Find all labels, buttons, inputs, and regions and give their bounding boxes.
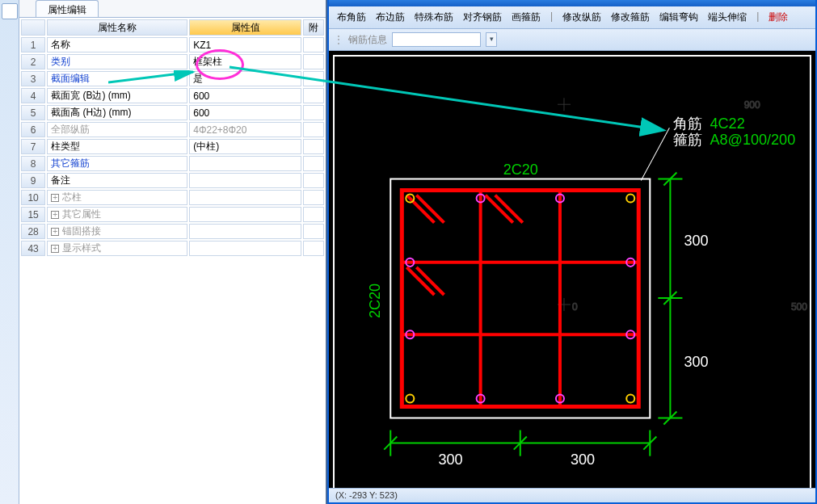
toolbar-修改纵筋[interactable]: 修改纵筋 xyxy=(559,9,604,26)
expand-icon[interactable]: + xyxy=(51,245,59,253)
row-number: 15 xyxy=(21,207,45,222)
prop-extra xyxy=(303,139,324,154)
prop-name: 截面宽 (B边) (mm) xyxy=(47,88,187,103)
expand-icon[interactable]: + xyxy=(51,228,59,236)
header-name[interactable]: 属性名称 xyxy=(47,19,187,36)
expand-icon[interactable]: + xyxy=(51,194,59,202)
prop-extra xyxy=(303,37,324,52)
prop-value[interactable]: 4Φ22+8Φ20 xyxy=(189,122,301,137)
prop-value[interactable] xyxy=(189,224,301,239)
row-number: 9 xyxy=(21,173,45,188)
prop-extra xyxy=(303,224,324,239)
prop-value[interactable]: KZ1 xyxy=(189,37,301,52)
tool-button[interactable] xyxy=(2,3,18,19)
toolbar-修改箍筋[interactable]: 修改箍筋 xyxy=(608,9,653,26)
window-titlebar xyxy=(329,0,815,6)
prop-extra xyxy=(303,207,324,222)
row-number: 7 xyxy=(21,139,45,154)
prop-extra xyxy=(303,105,324,120)
property-row[interactable]: 6全部纵筋4Φ22+8Φ20 xyxy=(21,122,324,137)
prop-name: +芯柱 xyxy=(47,190,187,205)
svg-text:A8@100/200: A8@100/200 xyxy=(710,132,796,148)
svg-text:300: 300 xyxy=(684,354,708,370)
svg-text:900: 900 xyxy=(744,99,760,111)
cad-canvas[interactable]: 900 0 500 角筋 4C22 箍筋 A8@100/200 xyxy=(329,51,815,488)
tab-bar: 属性编辑 xyxy=(19,0,326,18)
prop-extra xyxy=(303,88,324,103)
prop-value[interactable] xyxy=(189,241,301,256)
prop-value[interactable] xyxy=(189,156,301,171)
tab-properties[interactable]: 属性编辑 xyxy=(36,0,99,17)
property-row[interactable]: 43+显示样式 xyxy=(21,241,324,256)
property-row[interactable]: 28+锚固搭接 xyxy=(21,224,324,239)
row-number: 5 xyxy=(21,105,45,120)
svg-text:2C20: 2C20 xyxy=(367,284,383,318)
prop-value[interactable]: 框架柱 xyxy=(189,54,301,69)
prop-name: +其它属性 xyxy=(47,207,187,222)
prop-name: 名称 xyxy=(47,37,187,52)
prop-name: +锚固搭接 xyxy=(47,224,187,239)
toolbar: 布角筋布边筋特殊布筋对齐钢筋画箍筋|修改纵筋修改箍筋编辑弯钩端头伸缩|删除 xyxy=(329,6,815,29)
info-bar: ⋮ 钢筋信息 ▾ xyxy=(329,29,815,51)
toolbar-编辑弯钩[interactable]: 编辑弯钩 xyxy=(656,9,701,26)
svg-line-10 xyxy=(641,128,669,180)
prop-value[interactable] xyxy=(189,173,301,188)
toolbar-布边筋[interactable]: 布边筋 xyxy=(373,9,408,26)
prop-value[interactable]: 是 xyxy=(189,71,301,86)
info-label: 钢筋信息 xyxy=(348,33,387,47)
property-row[interactable]: 5截面高 (H边) (mm)600 xyxy=(21,105,324,120)
header-extra[interactable]: 附 xyxy=(303,19,324,36)
row-number: 43 xyxy=(21,241,45,256)
header-rownum xyxy=(21,19,45,36)
property-panel: 属性编辑 属性名称 属性值 附 1名称KZ12类别框架柱3截面编辑是4截面宽 (… xyxy=(0,0,327,504)
toolbar-布角筋[interactable]: 布角筋 xyxy=(334,9,369,26)
row-number: 2 xyxy=(21,54,45,69)
toolbar-特殊布筋[interactable]: 特殊布筋 xyxy=(411,9,457,26)
property-row[interactable]: 7柱类型(中柱) xyxy=(21,139,324,154)
left-toolstrip xyxy=(0,0,19,504)
prop-name: 其它箍筋 xyxy=(47,156,187,171)
dropdown-toggle[interactable]: ▾ xyxy=(486,32,497,47)
property-grid: 属性名称 属性值 附 1名称KZ12类别框架柱3截面编辑是4截面宽 (B边) (… xyxy=(19,18,326,258)
prop-value[interactable]: 600 xyxy=(189,105,301,120)
property-row[interactable]: 3截面编辑是 xyxy=(21,71,324,86)
section-editor: 布角筋布边筋特殊布筋对齐钢筋画箍筋|修改纵筋修改箍筋编辑弯钩端头伸缩|删除 ⋮ … xyxy=(327,0,817,504)
property-row[interactable]: 8其它箍筋 xyxy=(21,156,324,171)
property-row[interactable]: 10+芯柱 xyxy=(21,190,324,205)
row-number: 10 xyxy=(21,190,45,205)
svg-rect-16 xyxy=(402,191,638,407)
property-row[interactable]: 4截面宽 (B边) (mm)600 xyxy=(21,88,324,103)
prop-value[interactable] xyxy=(189,190,301,205)
row-number: 8 xyxy=(21,156,45,171)
prop-value[interactable] xyxy=(189,207,301,222)
prop-extra xyxy=(303,71,324,86)
svg-text:4C22: 4C22 xyxy=(710,116,745,132)
row-number: 6 xyxy=(21,122,45,137)
property-row[interactable]: 15+其它属性 xyxy=(21,207,324,222)
prop-value[interactable]: (中柱) xyxy=(189,139,301,154)
prop-name: 截面高 (H边) (mm) xyxy=(47,105,187,120)
property-row[interactable]: 2类别框架柱 xyxy=(21,54,324,69)
toolbar-端头伸缩[interactable]: 端头伸缩 xyxy=(705,9,750,26)
row-number: 28 xyxy=(21,224,45,239)
prop-extra xyxy=(303,190,324,205)
toolbar-对齐钢筋[interactable]: 对齐钢筋 xyxy=(460,9,505,26)
prop-extra xyxy=(303,122,324,137)
prop-value[interactable]: 600 xyxy=(189,88,301,103)
rebar-info-input[interactable] xyxy=(392,32,481,47)
svg-text:300: 300 xyxy=(571,452,595,468)
toolbar-画箍筋[interactable]: 画箍筋 xyxy=(508,9,544,26)
row-number: 4 xyxy=(21,88,45,103)
prop-name: 柱类型 xyxy=(47,139,187,154)
svg-text:300: 300 xyxy=(438,452,462,468)
toolbar-删除[interactable]: 删除 xyxy=(765,9,791,26)
property-row[interactable]: 1名称KZ1 xyxy=(21,37,324,52)
svg-text:角筋: 角筋 xyxy=(673,116,702,132)
prop-name: 备注 xyxy=(47,173,187,188)
header-value[interactable]: 属性值 xyxy=(189,19,301,36)
prop-name: 全部纵筋 xyxy=(47,122,187,137)
svg-text:箍筋: 箍筋 xyxy=(673,132,702,148)
expand-icon[interactable]: + xyxy=(51,211,59,219)
property-row[interactable]: 9备注 xyxy=(21,173,324,188)
svg-text:2C20: 2C20 xyxy=(503,162,538,178)
